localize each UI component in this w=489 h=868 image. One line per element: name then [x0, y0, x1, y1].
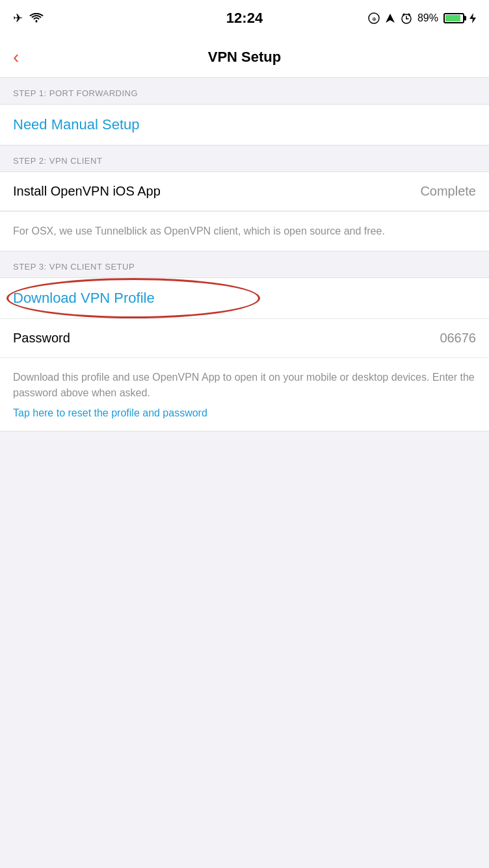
status-left-icons: ✈	[13, 11, 44, 25]
lock-circle-icon: ⊕	[368, 12, 380, 24]
step1-header-text: STEP 1: PORT FORWARDING	[13, 88, 138, 98]
reset-profile-link[interactable]: Tap here to reset the profile and passwo…	[13, 407, 207, 418]
status-bar: ✈ 12:24 ⊕ 89%	[0, 0, 489, 36]
empty-area	[0, 431, 489, 691]
svg-point-0	[36, 21, 38, 23]
alarm-icon	[401, 12, 412, 24]
install-openvpn-item: Install OpenVPN iOS App Complete	[0, 172, 489, 211]
step2-list-group: Install OpenVPN iOS App Complete For OSX…	[0, 172, 489, 251]
password-label: Password	[13, 331, 70, 346]
install-openvpn-status: Complete	[420, 184, 476, 199]
password-item: Password 06676	[0, 319, 489, 358]
download-vpn-profile-link[interactable]: Download VPN Profile	[13, 290, 155, 306]
step1-list-group: Need Manual Setup	[0, 104, 489, 146]
back-button[interactable]: ‹	[13, 47, 19, 68]
status-time: 12:24	[226, 10, 263, 27]
airplane-icon: ✈	[13, 11, 23, 25]
install-openvpn-label: Install OpenVPN iOS App	[13, 184, 161, 199]
step3-description-text: Download this profile and use OpenVPN Ap…	[13, 370, 476, 401]
step3-header-text: STEP 3: VPN CLIENT SETUP	[13, 262, 135, 272]
charging-icon	[469, 13, 476, 23]
step2-description-text: For OSX, we use Tunnelblick as OpenVPN c…	[13, 225, 385, 236]
step1-section-header: STEP 1: PORT FORWARDING	[0, 78, 489, 104]
password-value: 06676	[440, 331, 476, 346]
location-icon	[385, 13, 395, 23]
svg-marker-9	[469, 13, 476, 23]
svg-marker-3	[386, 14, 395, 23]
page-title: VPN Setup	[208, 49, 281, 66]
install-openvpn-row: Install OpenVPN iOS App Complete	[13, 184, 476, 199]
step1-manual-setup-item[interactable]: Need Manual Setup	[0, 105, 489, 145]
battery-percent-label: 89%	[417, 12, 438, 24]
status-right-icons: ⊕ 89%	[368, 12, 476, 24]
step3-description-item: Download this profile and use OpenVPN Ap…	[0, 358, 489, 431]
battery-icon	[443, 13, 464, 23]
nav-bar: ‹ VPN Setup	[0, 36, 489, 78]
step2-description-item: For OSX, we use Tunnelblick as OpenVPN c…	[0, 211, 489, 251]
download-vpn-profile-item[interactable]: Download VPN Profile	[0, 278, 489, 319]
step3-section-header: STEP 3: VPN CLIENT SETUP	[0, 251, 489, 277]
step2-header-text: STEP 2: VPN CLIENT	[13, 156, 102, 166]
svg-text:⊕: ⊕	[371, 16, 376, 22]
battery-fill	[445, 15, 460, 21]
step2-section-header: STEP 2: VPN CLIENT	[0, 146, 489, 172]
step3-list-group: Download VPN Profile Password 06676 Down…	[0, 277, 489, 431]
password-row: Password 06676	[13, 331, 476, 346]
wifi-icon	[29, 13, 44, 23]
manual-setup-link[interactable]: Need Manual Setup	[13, 116, 139, 133]
battery-indicator	[443, 13, 464, 23]
